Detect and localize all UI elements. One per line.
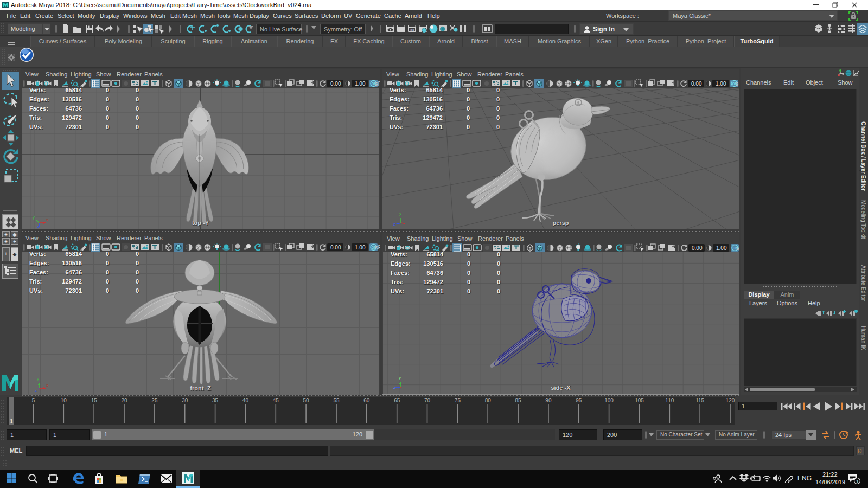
- svg-text:85: 85: [515, 397, 522, 403]
- svg-text:120: 120: [726, 397, 735, 403]
- svg-text:25: 25: [151, 397, 158, 403]
- svg-text:y: y: [399, 375, 401, 380]
- svg-text:1: 1: [856, 479, 859, 484]
- svg-text:70: 70: [424, 397, 431, 403]
- svg-text:75: 75: [455, 397, 461, 403]
- svg-text:100: 100: [604, 397, 614, 403]
- svg-text:5: 5: [32, 397, 35, 403]
- svg-text:y: y: [399, 211, 401, 216]
- svg-text:15: 15: [91, 397, 98, 403]
- svg-text:20: 20: [121, 397, 127, 403]
- svg-text:1: 1: [10, 419, 13, 425]
- svg-text:IPR: IPR: [410, 29, 414, 32]
- svg-text:10: 10: [61, 397, 67, 403]
- svg-text:35: 35: [212, 397, 219, 403]
- svg-text:50: 50: [303, 397, 310, 403]
- svg-text:45: 45: [273, 397, 279, 403]
- svg-text:105: 105: [635, 397, 644, 403]
- svg-text:y: y: [33, 215, 35, 220]
- svg-text:95: 95: [576, 397, 582, 403]
- svg-text:y: y: [37, 376, 39, 381]
- svg-text:30: 30: [182, 397, 188, 403]
- svg-text:90: 90: [545, 397, 552, 403]
- svg-text:110: 110: [665, 397, 674, 403]
- svg-text:80: 80: [485, 397, 492, 403]
- svg-text:40: 40: [242, 397, 249, 403]
- svg-text:115: 115: [695, 397, 704, 403]
- svg-text:60: 60: [363, 397, 370, 403]
- svg-text:55: 55: [333, 397, 340, 403]
- svg-text:65: 65: [394, 397, 400, 403]
